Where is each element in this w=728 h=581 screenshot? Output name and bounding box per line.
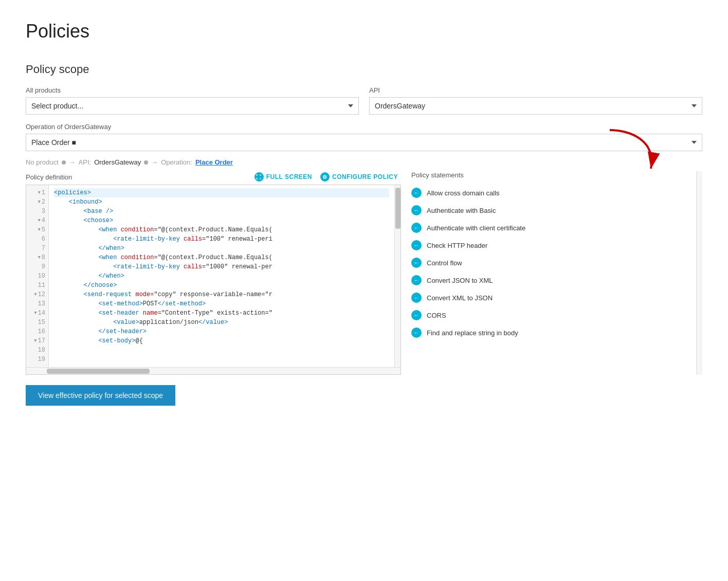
api-group: API OrdersGateway (369, 86, 702, 115)
line-num-18: 18 (26, 346, 48, 355)
line-num-14: ▼14 (26, 308, 48, 318)
code-line-13: <set-method>POST</set-method> (54, 299, 389, 308)
statement-label: Check HTTP header (427, 242, 487, 249)
statements-label: Policy statements (411, 171, 686, 179)
scrollbar-thumb-horizontal[interactable] (47, 369, 150, 374)
line-numbers: ▼1 ▼2 3 ▼4 ▼5 6 7 ▼8 9 10 11 ▼12 13 ▼14 … (26, 185, 49, 367)
code-line-3: <base /> (54, 207, 389, 216)
statement-item[interactable]: Authenticate with client certificate (411, 219, 686, 237)
statement-add-icon (411, 188, 422, 198)
statement-add-icon (411, 328, 422, 338)
editor-label: Policy definition (26, 173, 249, 181)
statement-add-icon (411, 258, 422, 268)
breadcrumb-dot2 (144, 160, 148, 165)
operation-label: Operation of OrdersGateway (26, 123, 702, 131)
statement-label: Allow cross domain calls (427, 189, 500, 197)
statement-add-icon (411, 205, 422, 215)
page-title: Policies (26, 21, 702, 42)
statement-add-icon (411, 310, 422, 320)
api-select[interactable]: OrdersGateway (369, 97, 702, 115)
breadcrumb-no-product: No product (26, 158, 59, 166)
statements-panel: Policy statements Allow cross domain cal… (401, 171, 696, 375)
breadcrumb-arrow1: → (69, 158, 76, 166)
code-line-10: </when> (54, 271, 389, 281)
line-num-9: 9 (26, 262, 48, 271)
section-title: Policy scope (26, 63, 702, 76)
statement-label: Convert XML to JSON (427, 294, 493, 302)
products-select[interactable]: Select product... (26, 97, 359, 115)
line-num-3: 3 (26, 207, 48, 216)
code-line-4: <choose> (54, 216, 389, 225)
line-num-7: 7 (26, 244, 48, 253)
products-group: All products Select product... (26, 86, 359, 115)
code-line-11: </choose> (54, 281, 389, 290)
code-line-18 (54, 346, 389, 355)
configure-policy-button[interactable]: ⚙ CONFIGURE POLICY (317, 171, 401, 183)
code-line-14: <set-header name="Content-Type" exists-a… (54, 308, 389, 318)
line-num-5: ▼5 (26, 225, 48, 234)
editor-area: Policy definition ⛶ FULL SCREEN ⚙ CONFIG… (26, 171, 702, 375)
statement-item[interactable]: Allow cross domain calls (411, 184, 686, 202)
code-content[interactable]: <policies> <inbound> <base /> <choose> <… (49, 185, 394, 367)
horizontal-scrollbar[interactable] (26, 367, 401, 374)
statement-label: Convert JSON to XML (427, 277, 493, 284)
statement-item[interactable]: Find and replace string in body (411, 324, 686, 341)
statement-item[interactable]: Convert JSON to XML (411, 271, 686, 289)
code-line-16: </set-header> (54, 327, 389, 336)
line-num-2: ▼2 (26, 197, 48, 207)
breadcrumb-dot1 (62, 160, 66, 165)
operation-group: Operation of OrdersGateway Place Order ■ (26, 123, 702, 151)
scrollbar-thumb-vertical[interactable] (395, 188, 401, 229)
statement-item[interactable]: Convert XML to JSON (411, 289, 686, 306)
breadcrumb-operation-label: Operation: (161, 158, 192, 166)
products-label: All products (26, 86, 359, 94)
line-num-15: 15 (26, 318, 48, 327)
code-line-7: </when> (54, 244, 389, 253)
code-editor[interactable]: ▼1 ▼2 3 ▼4 ▼5 6 7 ▼8 9 10 11 ▼12 13 ▼14 … (26, 185, 401, 375)
statement-add-icon (411, 240, 422, 250)
line-num-8: ▼8 (26, 253, 48, 262)
breadcrumb-operation-value[interactable]: Place Order (195, 158, 233, 166)
fullscreen-button[interactable]: ⛶ FULL SCREEN (251, 171, 315, 183)
line-num-16: 16 (26, 327, 48, 336)
statement-label: Control flow (427, 259, 462, 267)
code-line-6: <rate-limit-by-key calls="100" renewal-p… (54, 234, 389, 244)
fullscreen-label: FULL SCREEN (266, 173, 312, 180)
line-num-13: 13 (26, 299, 48, 308)
line-num-4: ▼4 (26, 216, 48, 225)
breadcrumb-arrow2: → (151, 158, 158, 166)
code-line-19 (54, 355, 389, 364)
statement-label: Authenticate with Basic (427, 207, 496, 214)
code-line-5: <when condition="@(context.Product.Name.… (54, 225, 389, 234)
api-label: API (369, 86, 702, 94)
line-num-1: ▼1 (26, 188, 48, 197)
statements-scrollbar[interactable] (696, 171, 702, 375)
vertical-scrollbar[interactable] (394, 185, 401, 367)
editor-toolbar: Policy definition ⛶ FULL SCREEN ⚙ CONFIG… (26, 171, 401, 183)
statement-label: Find and replace string in body (427, 329, 518, 337)
operation-select[interactable]: Place Order ■ (26, 134, 702, 151)
code-line-12: <send-request mode="copy" response-varia… (54, 290, 389, 299)
statement-label: Authenticate with client certificate (427, 224, 525, 232)
statement-label: CORS (427, 312, 446, 319)
breadcrumb-api-label: API: (79, 158, 92, 166)
line-num-19: 19 (26, 355, 48, 364)
code-line-1: <policies> (54, 188, 389, 197)
configure-icon: ⚙ (320, 172, 330, 181)
breadcrumb-api-value: OrdersGateway (94, 158, 141, 166)
line-num-11: 11 (26, 281, 48, 290)
fullscreen-icon: ⛶ (254, 172, 264, 181)
statement-item[interactable]: CORS (411, 306, 686, 324)
code-line-9: <rate-limit-by-key calls="1000" renewal-… (54, 262, 389, 271)
statement-item[interactable]: Authenticate with Basic (411, 202, 686, 219)
line-num-6: 6 (26, 234, 48, 244)
code-line-17: <set-body>@{ (54, 336, 389, 346)
statement-add-icon (411, 293, 422, 303)
statement-item[interactable]: Control flow (411, 254, 686, 271)
line-num-17: ▼17 (26, 336, 48, 346)
view-effective-policy-button[interactable]: View effective policy for selected scope (26, 385, 175, 406)
configure-label: CONFIGURE POLICY (332, 173, 398, 180)
statement-item[interactable]: Check HTTP header (411, 237, 686, 254)
code-line-15: <value>application/json</value> (54, 318, 389, 327)
statements-list: Allow cross domain callsAuthenticate wit… (411, 184, 686, 341)
